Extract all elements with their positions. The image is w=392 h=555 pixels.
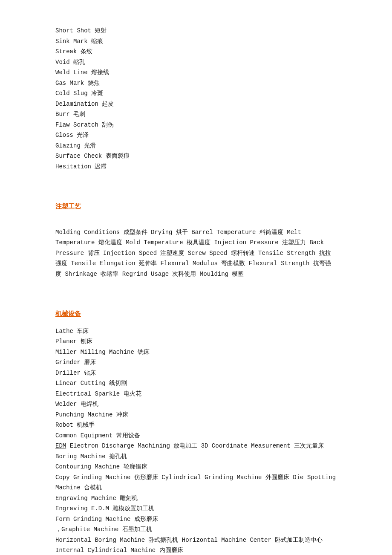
list-item: Planer 刨床 bbox=[55, 336, 337, 347]
list-item: Lathe 车床 bbox=[55, 326, 337, 337]
list-item: Sink Mark 缩痕 bbox=[55, 36, 337, 47]
machinery-paragraph2: Copy Grinding Machine 仿形磨床 Cylindrical G… bbox=[55, 472, 337, 493]
list-item: Form Grinding Machine 成形磨床 bbox=[55, 514, 337, 525]
list-item: Punching Machine 冲床 bbox=[55, 410, 337, 420]
machinery-title: 机械设备 bbox=[55, 309, 337, 320]
defects-section: Short Shot 短射 Sink Mark 缩痕 Streak 条纹 Voi… bbox=[55, 26, 337, 172]
list-item: Robot 机械手 bbox=[55, 420, 337, 431]
machinery-paragraph3: Horizontal Boring Machine 卧式搪孔机 Horizont… bbox=[55, 535, 337, 555]
machinery-section: 机械设备 Lathe 车床 Planer 刨床 Miller Milling M… bbox=[55, 309, 337, 555]
list-item: Delamination 起皮 bbox=[55, 99, 337, 110]
list-item: Burr 毛刺 bbox=[55, 109, 337, 120]
injection-molding-section: 注塑工艺 Molding Conditions 成型条件 Drying 烘干 B… bbox=[55, 202, 337, 279]
machinery-list: Lathe 车床 Planer 刨床 Miller Milling Machin… bbox=[55, 326, 337, 441]
list-item: ，Graphite Machine 石墨加工机 bbox=[55, 524, 337, 535]
machinery-paragraph1: EDM Electron Discharge Machining 放电加工 3D… bbox=[55, 441, 337, 462]
injection-molding-paragraph: Molding Conditions 成型条件 Drying 烘干 Barrel… bbox=[55, 227, 337, 280]
list-item: Gas Mark 烧焦 bbox=[55, 78, 337, 89]
list-item: Short Shot 短射 bbox=[55, 26, 337, 36]
list-item: Contouring Machine 轮廓锯床 bbox=[55, 462, 337, 472]
edm-underline: EDM bbox=[55, 442, 66, 449]
list-item: Miller Milling Machine 铣床 bbox=[55, 347, 337, 358]
list-item: Streak 条纹 bbox=[55, 46, 337, 57]
list-item: Electrical Sparkle 电火花 bbox=[55, 389, 337, 399]
injection-molding-title: 注塑工艺 bbox=[55, 202, 337, 213]
list-item: Gloss 光泽 bbox=[55, 130, 337, 141]
defects-list: Short Shot 短射 Sink Mark 缩痕 Streak 条纹 Voi… bbox=[55, 26, 337, 172]
list-item: Void 缩孔 bbox=[55, 57, 337, 68]
list-item: Glazing 光滑 bbox=[55, 141, 337, 151]
list-item: Flaw Scratch 刮伤 bbox=[55, 120, 337, 130]
list-item: Surface Check 表面裂痕 bbox=[55, 151, 337, 162]
list-item: Engraving Machine 雕刻机 bbox=[55, 493, 337, 504]
machinery-list3: Engraving Machine 雕刻机 Engraving E.D.M 雕模… bbox=[55, 493, 337, 535]
list-item: Welder 电焊机 bbox=[55, 399, 337, 410]
machinery-list2: Contouring Machine 轮廓锯床 bbox=[55, 462, 337, 472]
list-item: Driller 钻床 bbox=[55, 368, 337, 379]
list-item: Common Equipment 常用设备 bbox=[55, 431, 337, 441]
list-item: Linear Cutting 线切割 bbox=[55, 378, 337, 389]
list-item: Cold Slug 冷斑 bbox=[55, 88, 337, 99]
list-item: Hesitation 迟滞 bbox=[55, 162, 337, 172]
machinery-paragraph1-text: Electron Discharge Machining 放电加工 3D Coo… bbox=[55, 442, 324, 460]
list-item: Grinder 磨床 bbox=[55, 357, 337, 368]
list-item: Engraving E.D.M 雕模放置加工机 bbox=[55, 503, 337, 514]
list-item: Weld Line 熔接线 bbox=[55, 67, 337, 78]
